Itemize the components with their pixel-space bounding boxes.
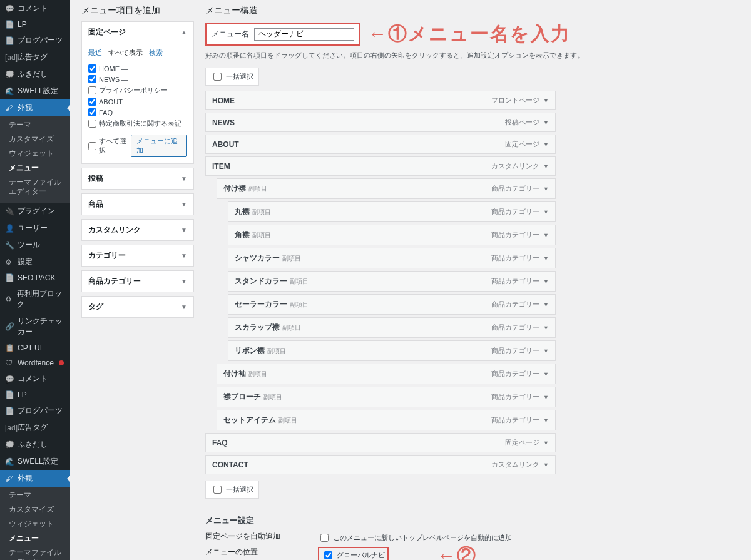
menu-structure-item[interactable]: NEWS投稿ページ▼ bbox=[205, 113, 556, 132]
sidebar-item[interactable]: 🌊SWELL設定 bbox=[0, 83, 70, 99]
sidebar-sub-item[interactable]: カスタマイズ bbox=[0, 502, 70, 517]
sidebar-item-appearance[interactable]: 🖌 外観 bbox=[0, 99, 70, 116]
metabox-header[interactable]: 固定ページ ▲ bbox=[82, 22, 193, 43]
page-check-row[interactable]: ABOUT bbox=[88, 96, 187, 107]
menu-name-input[interactable] bbox=[254, 28, 354, 41]
sidebar-item[interactable]: 🔗リンクチェッカー bbox=[0, 313, 70, 340]
menu-structure-item[interactable]: セーラーカラー副項目商品カテゴリー▼ bbox=[228, 294, 556, 315]
location-option[interactable]: グローバルナビ bbox=[322, 549, 385, 560]
page-checkbox[interactable] bbox=[88, 120, 96, 128]
select-all-row[interactable]: すべて選択 bbox=[88, 135, 131, 156]
page-checkbox[interactable] bbox=[88, 108, 96, 116]
menu-structure-item[interactable]: FAQ固定ページ▼ bbox=[205, 433, 556, 452]
sidebar-item[interactable]: 💬コメント bbox=[0, 370, 70, 387]
sidebar-item-appearance-2[interactable]: 🖌 外観 bbox=[0, 470, 70, 487]
sidebar-sub-item[interactable]: テーマファイルエディター bbox=[0, 175, 70, 199]
sidebar-item[interactable]: 📄LP bbox=[0, 17, 70, 32]
menu-item-type: 商品カテゴリー bbox=[491, 300, 539, 309]
metabox-header[interactable]: カテゴリー▼ bbox=[82, 245, 193, 266]
menu-structure-item[interactable]: CONTACTカスタムリンク▼ bbox=[205, 455, 556, 474]
sidebar-item[interactable]: 📄ブログパーツ bbox=[0, 402, 70, 419]
page-checkbox[interactable] bbox=[88, 75, 96, 83]
caret-down-icon: ▼ bbox=[543, 302, 549, 308]
menu-item-title: NEWS bbox=[212, 118, 235, 127]
menu-structure-item[interactable]: ABOUT固定ページ▼ bbox=[205, 135, 556, 154]
sidebar-sub-item[interactable]: メニュー bbox=[0, 531, 70, 546]
metabox-header[interactable]: タグ▼ bbox=[82, 297, 193, 317]
sidebar-item[interactable]: 💭ふきだし bbox=[0, 436, 70, 453]
sidebar-sub-item[interactable]: テーマ bbox=[0, 488, 70, 502]
metabox-header[interactable]: 商品カテゴリー▼ bbox=[82, 271, 193, 292]
bulk-select-top[interactable]: 一括選択 bbox=[205, 68, 259, 86]
metabox-header[interactable]: 投稿▼ bbox=[82, 168, 193, 189]
page-checkbox[interactable] bbox=[88, 86, 96, 94]
page-icon: 📄 bbox=[5, 407, 14, 415]
menu-structure-item[interactable]: 襟ブローチ副項目商品カテゴリー▼ bbox=[217, 387, 556, 407]
sidebar-item[interactable]: 📄ブログパーツ bbox=[0, 32, 70, 49]
settings-icon: ⚙ bbox=[5, 258, 14, 267]
menu-item-type: カスタムリンク bbox=[491, 161, 539, 171]
page-check-row[interactable]: プライバシーポリシー — bbox=[88, 84, 187, 96]
sidebar-item-label: ツール bbox=[18, 240, 40, 250]
page-checkbox[interactable] bbox=[88, 98, 96, 106]
menu-structure-item[interactable]: 付け袖副項目商品カテゴリー▼ bbox=[217, 364, 556, 384]
menu-structure-item[interactable]: 丸襟副項目商品カテゴリー▼ bbox=[228, 201, 556, 222]
location-checkbox[interactable] bbox=[324, 551, 332, 559]
sidebar-item[interactable]: 💬コメント bbox=[0, 0, 70, 17]
annotation-2: ←②チェック bbox=[437, 543, 477, 560]
auto-add-checkbox[interactable] bbox=[320, 534, 329, 542]
menu-structure-item[interactable]: スカラップ襟副項目商品カテゴリー▼ bbox=[228, 317, 556, 338]
sidebar-item[interactable]: 📄LP bbox=[0, 387, 70, 402]
sidebar-sub-item[interactable]: カスタマイズ bbox=[0, 132, 70, 146]
select-all-checkbox[interactable] bbox=[88, 142, 96, 150]
page-check-row[interactable]: NEWS — bbox=[88, 74, 187, 84]
sidebar-item[interactable]: 🔌プラグイン bbox=[0, 203, 70, 220]
add-to-menu-button[interactable]: メニューに追加 bbox=[131, 135, 187, 157]
sidebar-item[interactable]: 💭ふきだし bbox=[0, 66, 70, 83]
menu-structure-item[interactable]: シャツカラー副項目商品カテゴリー▼ bbox=[228, 248, 556, 268]
metabox-title: 商品カテゴリー bbox=[88, 276, 141, 287]
auto-add-option[interactable]: このメニューに新しいトップレベルページを自動的に追加 bbox=[318, 531, 512, 544]
sidebar-sub-item[interactable]: ウィジェット bbox=[0, 146, 70, 161]
menu-item-title: スタンドカラー bbox=[235, 277, 287, 285]
metabox-header[interactable]: 商品▼ bbox=[82, 194, 193, 215]
sidebar-sub-item[interactable]: テーマファイルエディター bbox=[0, 546, 70, 560]
sidebar-item[interactable]: ♻再利用ブロック bbox=[0, 285, 70, 313]
metabox-tab[interactable]: すべて表示 bbox=[108, 48, 143, 58]
metabox-title: タグ bbox=[88, 302, 103, 312]
menu-structure-item[interactable]: 角襟副項目商品カテゴリー▼ bbox=[228, 225, 556, 245]
sidebar-item-label: CPT UI bbox=[18, 344, 42, 352]
sidebar-item[interactable]: [ad]広告タグ bbox=[0, 49, 70, 66]
sidebar-sub-item[interactable]: テーマ bbox=[0, 118, 70, 132]
sidebar-item[interactable]: 🛡Wordfence bbox=[0, 355, 70, 370]
menu-item-sublabel: 副項目 bbox=[252, 208, 271, 215]
sidebar-sub-item[interactable]: ウィジェット bbox=[0, 517, 70, 531]
menu-structure-item[interactable]: ITEMカスタムリンク▼ bbox=[205, 156, 556, 176]
menu-structure-item[interactable]: リボン襟副項目商品カテゴリー▼ bbox=[228, 340, 556, 361]
sidebar-item[interactable]: 📋CPT UI bbox=[0, 340, 70, 355]
page-label: プライバシーポリシー — bbox=[99, 86, 176, 95]
page-check-row[interactable]: HOME — bbox=[88, 63, 187, 74]
menu-structure-item[interactable]: 付け襟副項目商品カテゴリー▼ bbox=[217, 178, 556, 199]
bulk-checkbox[interactable] bbox=[213, 73, 222, 81]
page-check-row[interactable]: FAQ bbox=[88, 107, 187, 118]
page-check-row[interactable]: 特定商取引法に関する表記 bbox=[88, 118, 187, 130]
sidebar-item[interactable]: 📄SEO PACK bbox=[0, 270, 70, 285]
menu-structure-item[interactable]: HOMEフロントページ▼ bbox=[205, 91, 556, 110]
bulk-checkbox[interactable] bbox=[213, 486, 222, 494]
page-checkbox[interactable] bbox=[88, 64, 96, 73]
metabox-tab[interactable]: 最近 bbox=[88, 48, 102, 58]
sidebar-item[interactable]: ⚙設定 bbox=[0, 253, 70, 270]
menu-structure-item[interactable]: セットアイテム副項目商品カテゴリー▼ bbox=[217, 410, 556, 430]
bulk-select-bottom[interactable]: 一括選択 bbox=[205, 481, 259, 499]
page-label: 特定商取引法に関する表記 bbox=[99, 119, 181, 128]
sidebar-item[interactable]: [ad]広告タグ bbox=[0, 419, 70, 436]
metabox-tab[interactable]: 検索 bbox=[149, 48, 163, 58]
sidebar-item[interactable]: 🔧ツール bbox=[0, 237, 70, 253]
sidebar-sub-item[interactable]: メニュー bbox=[0, 161, 70, 175]
sidebar-item[interactable]: 🌊SWELL設定 bbox=[0, 453, 70, 470]
menu-structure-item[interactable]: スタンドカラー副項目商品カテゴリー▼ bbox=[228, 271, 556, 292]
reuse-icon: ♻ bbox=[5, 295, 13, 303]
metabox-header[interactable]: カスタムリンク▼ bbox=[82, 220, 193, 240]
sidebar-item[interactable]: 👤ユーザー bbox=[0, 220, 70, 237]
